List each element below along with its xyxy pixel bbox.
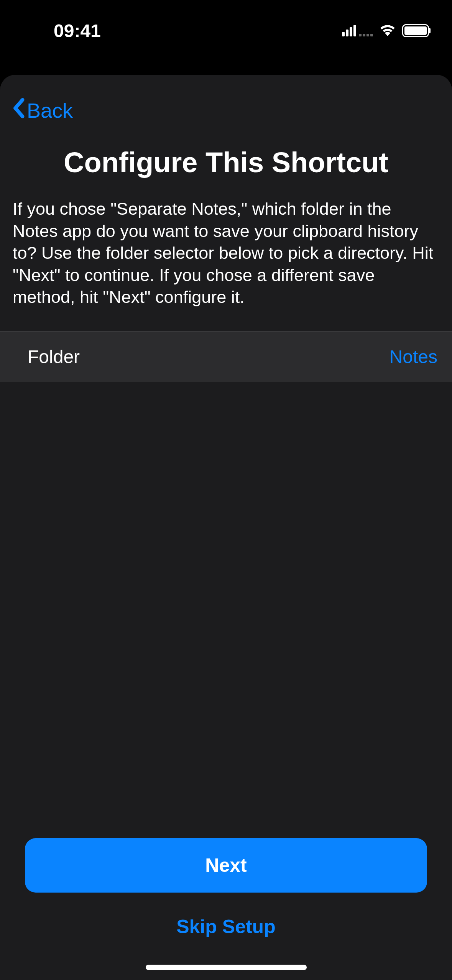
- page-title: Configure This Shortcut: [0, 138, 452, 198]
- wifi-icon: [379, 24, 396, 38]
- status-icons: [342, 24, 429, 38]
- status-time: 09:41: [54, 20, 101, 41]
- status-bar: 09:41: [0, 0, 452, 54]
- page-description: If you chose "Separate Notes," which fol…: [0, 198, 452, 331]
- cellular-signal-icon: [342, 25, 373, 36]
- nav-bar: Back: [0, 75, 452, 138]
- home-indicator[interactable]: [146, 965, 307, 970]
- back-button[interactable]: Back: [12, 98, 73, 123]
- back-label: Back: [27, 99, 73, 122]
- next-button[interactable]: Next: [25, 838, 427, 893]
- battery-icon: [402, 24, 429, 37]
- skip-setup-button[interactable]: Skip Setup: [25, 916, 427, 938]
- folder-value[interactable]: Notes: [390, 346, 437, 367]
- folder-label: Folder: [28, 346, 80, 367]
- chevron-left-icon: [12, 98, 25, 123]
- folder-selector-row[interactable]: Folder Notes: [0, 331, 452, 382]
- configure-sheet: Back Configure This Shortcut If you chos…: [0, 75, 452, 980]
- bottom-actions: Next Skip Setup: [0, 838, 452, 938]
